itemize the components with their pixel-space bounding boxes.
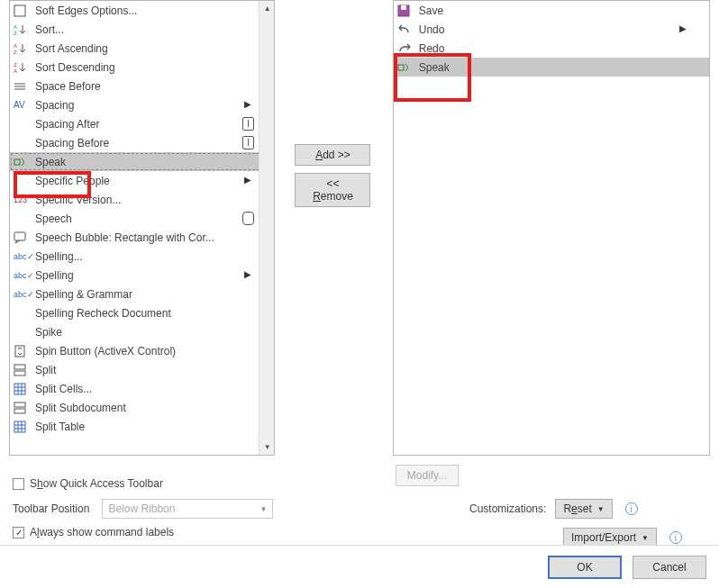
table-icon (12, 383, 35, 395)
show-qat-checkbox[interactable] (13, 478, 24, 490)
speak-icon (12, 156, 35, 168)
list-item[interactable]: Save (394, 1, 709, 20)
list-item-label: Sort... (35, 23, 274, 36)
spin-icon (12, 345, 35, 357)
list-item-label: Spacing Before (35, 137, 274, 149)
ok-button[interactable]: OK (548, 556, 622, 579)
svg-text:Z: Z (14, 50, 17, 55)
list-item[interactable]: Spacing BeforeI (10, 133, 274, 152)
list-item[interactable]: ZASort Descending (10, 58, 274, 77)
list-item-label: Split Table (35, 421, 274, 433)
list-item[interactable]: abc✓Spelling▶ (10, 266, 274, 285)
list-item-label: Speak (35, 156, 274, 168)
always-show-checkbox[interactable]: ✓ (13, 527, 24, 538)
list-item[interactable]: 123Specific Version... (10, 190, 274, 209)
dropdown-indicator-icon (242, 212, 254, 225)
svg-text:Z: Z (14, 31, 17, 36)
list-item-label: Sort Descending (35, 61, 274, 74)
list-item[interactable]: Split Subdocument (10, 398, 274, 417)
list-item-label: Spacing After (35, 118, 274, 131)
svg-rect-18 (398, 65, 404, 70)
list-item-label: Specific People (35, 175, 274, 187)
scroll-up-icon[interactable]: ▲ (259, 1, 275, 16)
list-item-label: Space Before (35, 80, 274, 93)
svg-rect-8 (14, 232, 25, 240)
undo-icon (396, 23, 419, 36)
list-item-label: Spelling Recheck Document (35, 307, 274, 320)
remove-button[interactable]: << Remove (295, 173, 370, 207)
toolbar-position-combo: Below Ribbon▼ (102, 499, 273, 519)
list-item[interactable]: Spacing AfterI (10, 114, 274, 133)
svg-rect-12 (14, 384, 25, 394)
list-item[interactable]: Speak (10, 152, 274, 171)
list-item-label: Spike (35, 326, 274, 339)
always-show-label: Always show command labels (30, 526, 174, 538)
svg-text:Z: Z (14, 62, 17, 68)
cancel-button[interactable]: Cancel (633, 556, 706, 579)
list-item[interactable]: Spelling Recheck Document (10, 303, 274, 322)
list-item-label: Split Cells... (35, 383, 274, 395)
list-item-label: Speech Bubble: Rectangle with Cor... (35, 231, 274, 244)
info-icon[interactable]: i (625, 502, 638, 515)
abc-icon: abc✓ (12, 252, 35, 261)
show-qat-label: Show Quick Access Toolbar (30, 477, 163, 490)
list-item-label: Spin Button (ActiveX Control) (35, 345, 274, 357)
list-item-label: Redo (419, 42, 709, 55)
submenu-arrow-icon: ▶ (244, 269, 251, 279)
scrollbar-left[interactable]: ▲ ▼ (259, 1, 274, 455)
list-item[interactable]: Split Cells... (10, 379, 274, 398)
svg-text:A: A (14, 43, 17, 49)
list-item-label: Split Subdocument (35, 402, 274, 414)
sortAZ-icon: AZ (12, 23, 35, 36)
abc-icon: abc✓ (12, 271, 35, 280)
bubble-icon (12, 231, 35, 244)
customizations-label: Customizations: (469, 502, 546, 515)
list-item[interactable]: Speak (394, 58, 709, 77)
list-item-label: Spacing (35, 99, 274, 112)
list-item[interactable]: Split (10, 360, 274, 379)
svg-rect-7 (14, 159, 20, 165)
info-icon[interactable]: i (669, 531, 682, 544)
list-item[interactable]: Space Before (10, 77, 274, 95)
list-item-label: Spelling... (35, 250, 274, 263)
list-item[interactable]: AZSort Ascending (10, 39, 274, 58)
sortDesc-icon: ZA (12, 61, 35, 74)
dialog-footer: OK Cancel (0, 545, 719, 588)
lines-icon (12, 80, 35, 93)
list-item[interactable]: Spike (10, 322, 274, 341)
list-item[interactable]: Speech Bubble: Rectangle with Cor... (10, 228, 274, 247)
list-item-label: Spelling & Grammar (35, 288, 274, 301)
list-item[interactable]: Spin Button (ActiveX Control) (10, 341, 274, 360)
list-item-label: Specific Version... (35, 194, 274, 206)
list-item-label: Spelling (35, 269, 274, 282)
svg-rect-15 (14, 421, 25, 432)
list-item[interactable]: Split Table (10, 417, 274, 436)
list-item[interactable]: abc✓Spelling... (10, 247, 274, 266)
toolbar-position-label: Toolbar Position (13, 502, 89, 515)
split-icon (12, 364, 35, 376)
list-item[interactable]: Redo (394, 39, 709, 58)
svg-text:A: A (14, 24, 17, 30)
svg-rect-11 (14, 371, 25, 375)
commands-list[interactable]: Soft Edges Options...AZSort...AZSort Asc… (9, 0, 275, 456)
list-item[interactable]: abc✓Spelling & Grammar (10, 285, 274, 303)
ibeam-icon: I (242, 136, 254, 149)
list-item[interactable]: AVSpacing▶ (10, 95, 274, 114)
list-item[interactable]: Speech (10, 209, 274, 228)
submenu-arrow-icon: ▶ (244, 99, 251, 109)
list-item[interactable]: Specific People▶ (10, 171, 274, 190)
redo-icon (396, 42, 419, 55)
scroll-down-icon[interactable]: ▼ (259, 439, 275, 455)
qat-list[interactable]: SaveUndo▶RedoSpeak (393, 0, 710, 456)
list-item[interactable]: AZSort... (10, 20, 274, 39)
add-button[interactable]: Add >> (295, 144, 370, 166)
reset-dropdown[interactable]: Reset ▼ (555, 499, 612, 519)
list-item[interactable]: Undo▶ (394, 20, 709, 39)
ver-icon: 123 (12, 195, 35, 204)
svg-rect-10 (14, 365, 25, 369)
svg-rect-17 (401, 5, 406, 10)
list-item[interactable]: Soft Edges Options... (10, 1, 274, 20)
list-item-label: Split (35, 364, 274, 376)
list-item-label: Undo (419, 23, 709, 36)
speak-icon (396, 61, 419, 74)
